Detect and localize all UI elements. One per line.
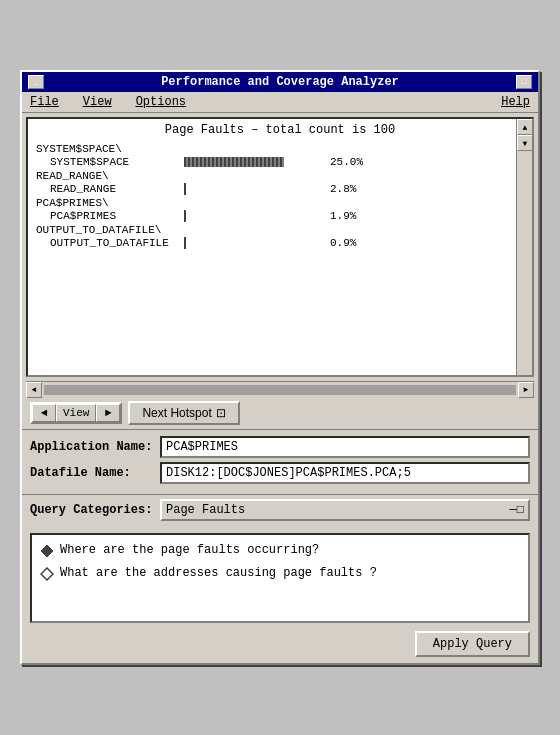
chart-category-3: OUTPUT_TO_DATAFILE\ [34,224,526,236]
title-bar: _ Performance and Coverage Analyzer □ [22,72,538,92]
main-window: _ Performance and Coverage Analyzer □ Fi… [20,70,540,665]
toolbar: ◄ View ► Next Hotspot ⊡ [22,397,538,430]
chart-row-3: OUTPUT_TO_DATAFILE 0.9% [34,237,526,249]
chart-category-1: READ_RANGE\ [34,170,526,182]
question-item-0[interactable]: Where are the page faults occurring? [40,543,520,558]
datafile-value[interactable]: DISK12:[DOC$JONES]PCA$PRIMES.PCA;5 [160,462,530,484]
view-label: View [56,404,96,422]
chart-percent-0: 25.0% [330,156,370,168]
chart-row-1: READ_RANGE 2.8% [34,183,526,195]
view-group: ◄ View ► [30,402,122,424]
chart-name-0: SYSTEM$SPACE [34,156,184,168]
chart-row-2: PCA$PRIMES 1.9% [34,210,526,222]
datafile-label: Datafile Name: [30,466,160,480]
svg-marker-0 [41,545,53,557]
menu-bar: File View Options Help [22,92,538,113]
query-dropdown[interactable]: Page Faults ─□ [160,499,530,521]
chart-name-3: OUTPUT_TO_DATAFILE [34,237,184,249]
hscroll-left-button[interactable]: ◄ [26,382,42,398]
info-section: Application Name: PCA$PRIMES Datafile Na… [22,430,538,495]
chart-bar-container-0 [184,156,324,168]
window-title: Performance and Coverage Analyzer [44,75,516,89]
minimize-button[interactable]: _ [28,75,44,89]
horizontal-scrollbar[interactable]: ◄ ► [26,381,534,397]
query-label: Query Categories: [30,503,160,517]
chart-percent-2: 1.9% [330,210,370,222]
question-item-1[interactable]: What are the addresses causing page faul… [40,566,520,581]
diamond-outline-icon [40,567,54,581]
chart-category-0: SYSTEM$SPACE\ [34,143,526,155]
questions-box: Where are the page faults occurring? Wha… [30,533,530,623]
apply-query-button[interactable]: Apply Query [415,631,530,657]
chart-percent-1: 2.8% [330,183,370,195]
chart-bar-1 [184,183,186,195]
hscroll-right-button[interactable]: ► [518,382,534,398]
chart-name-1: READ_RANGE [34,183,184,195]
title-controls: □ [516,75,532,89]
query-row: Query Categories: Page Faults ─□ [30,499,530,521]
query-value: Page Faults [166,503,245,517]
menu-view[interactable]: View [79,94,116,110]
dropdown-arrow-icon: ─□ [510,503,524,517]
view-back-button[interactable]: ◄ [32,404,56,422]
chart-bar-container-3 [184,237,324,249]
chart-row-0: SYSTEM$SPACE 25.0% [34,156,526,168]
menu-file[interactable]: File [26,94,63,110]
diamond-filled-icon [40,544,54,558]
chart-category-2: PCA$PRIMES\ [34,197,526,209]
next-hotspot-button[interactable]: Next Hotspot ⊡ [128,401,239,425]
chart-bar-0 [184,157,284,167]
apply-btn-row: Apply Query [22,627,538,663]
maximize-button[interactable]: □ [516,75,532,89]
next-hotspot-label: Next Hotspot [142,406,211,420]
chart-bar-container-1 [184,183,324,195]
view-fwd-button[interactable]: ► [96,404,120,422]
chart-name-2: PCA$PRIMES [34,210,184,222]
question-text-0: Where are the page faults occurring? [60,543,319,557]
chart-bar-3 [184,237,186,249]
menu-help[interactable]: Help [497,94,534,110]
scroll-down-button[interactable]: ▼ [517,135,533,151]
chart-bar-2 [184,210,186,222]
query-section: Query Categories: Page Faults ─□ [22,495,538,529]
app-name-value[interactable]: PCA$PRIMES [160,436,530,458]
next-hotspot-arrow-icon: ⊡ [216,406,226,420]
app-name-row: Application Name: PCA$PRIMES [30,436,530,458]
question-text-1: What are the addresses causing page faul… [60,566,377,580]
menu-options[interactable]: Options [132,94,190,110]
datafile-row: Datafile Name: DISK12:[DOC$JONES]PCA$PRI… [30,462,530,484]
svg-marker-1 [41,568,53,580]
scroll-up-button[interactable]: ▲ [517,119,533,135]
chart-percent-3: 0.9% [330,237,370,249]
vertical-scrollbar[interactable]: ▲ ▼ [516,119,532,375]
chart-bar-container-2 [184,210,324,222]
hscroll-track[interactable] [44,385,516,395]
chart-header: Page Faults – total count is 100 [34,123,526,137]
chart-area: Page Faults – total count is 100 SYSTEM$… [26,117,534,377]
app-name-label: Application Name: [30,440,160,454]
